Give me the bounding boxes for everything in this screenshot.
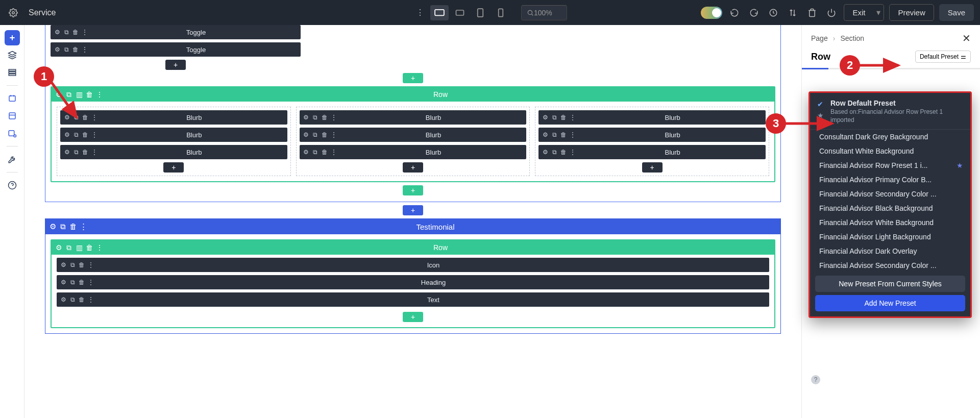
column[interactable]: ⚙⧉🗑⋮Blurb ⚙⧉🗑⋮Blurb ⚙⧉🗑⋮Blurb + bbox=[535, 107, 769, 176]
trash-icon[interactable] bbox=[805, 6, 819, 20]
sort-icon[interactable] bbox=[786, 6, 800, 20]
breadcrumb-section[interactable]: Section bbox=[840, 34, 864, 42]
more-icon[interactable]: ⋮ bbox=[80, 29, 89, 36]
history-icon[interactable] bbox=[766, 6, 780, 20]
layers-button[interactable] bbox=[5, 47, 20, 63]
preset-option[interactable]: Financial Advisor Secondary Color ... bbox=[810, 187, 970, 201]
page-title: Service bbox=[29, 8, 56, 17]
svg-rect-11 bbox=[9, 113, 15, 119]
svg-rect-10 bbox=[9, 96, 15, 102]
help-icon[interactable]: ? bbox=[811, 375, 820, 384]
new-preset-from-current-button[interactable]: New Preset From Current Styles bbox=[815, 276, 965, 292]
module-toggle[interactable]: ⚙⧉🗑⋮ Toggle bbox=[51, 42, 301, 57]
add-element-button[interactable] bbox=[5, 30, 20, 45]
gear-icon[interactable]: ⚙ bbox=[53, 46, 62, 53]
close-panel-icon[interactable]: ✕ bbox=[962, 32, 971, 44]
module-blurb[interactable]: ⚙⧉🗑⋮Blurb bbox=[60, 110, 287, 125]
svg-rect-2 bbox=[456, 10, 464, 15]
svg-point-13 bbox=[14, 135, 16, 137]
add-new-preset-button[interactable]: Add New Preset bbox=[815, 295, 965, 311]
add-row-button[interactable]: + bbox=[403, 73, 423, 83]
outline-button[interactable] bbox=[5, 65, 20, 80]
settings-icon[interactable] bbox=[6, 6, 20, 20]
trash-icon[interactable]: 🗑 bbox=[71, 29, 80, 36]
selected-row[interactable]: ⚙⧉▥🗑⋮ Row ⚙⧉🗑⋮Blurb ⚙⧉🗑⋮Blurb ⚙⧉🗑⋮Blurb … bbox=[51, 86, 775, 182]
preview-button[interactable]: Preview bbox=[889, 4, 934, 21]
duplicate-icon[interactable]: ⧉ bbox=[58, 222, 68, 231]
add-module-button[interactable]: + bbox=[165, 60, 186, 70]
more-icon[interactable]: ⋮ bbox=[80, 46, 89, 53]
exit-button[interactable]: Exit bbox=[844, 4, 873, 21]
preset-dropdown-button[interactable]: Default Preset ⚌ bbox=[915, 51, 971, 63]
power-icon[interactable] bbox=[824, 6, 839, 20]
module-blurb[interactable]: ⚙⧉🗑⋮Blurb bbox=[60, 128, 287, 142]
svg-rect-12 bbox=[9, 131, 14, 136]
module-text[interactable]: ⚙⧉🗑⋮Text bbox=[57, 292, 769, 307]
module-heading[interactable]: ⚙⧉🗑⋮Heading bbox=[57, 275, 769, 289]
star-icon: ★ bbox=[957, 161, 963, 169]
row[interactable]: ⚙⧉▥🗑⋮ Row ⚙⧉🗑⋮Icon ⚙⧉🗑⋮Heading ⚙⧉🗑⋮Text … bbox=[51, 239, 775, 328]
check-icon: ✔ bbox=[817, 100, 823, 108]
more-icon[interactable]: ⋮ bbox=[78, 222, 88, 231]
preset-option[interactable]: Consultant Dark Grey Background bbox=[810, 130, 970, 144]
module-icon[interactable]: ⚙⧉🗑⋮Icon bbox=[57, 258, 769, 272]
library-a-button[interactable] bbox=[5, 91, 20, 106]
help-button[interactable] bbox=[5, 178, 20, 193]
device-tablet-landscape-button[interactable] bbox=[451, 5, 469, 20]
device-phone-button[interactable] bbox=[492, 5, 510, 20]
preset-option[interactable]: Financial Advisor Secondary Color ... bbox=[810, 258, 970, 273]
module-toggle[interactable]: ⚙⧉🗑⋮ Toggle bbox=[51, 25, 301, 39]
svg-rect-1 bbox=[435, 9, 444, 15]
add-module-button[interactable]: + bbox=[163, 162, 184, 173]
redo-icon[interactable] bbox=[747, 6, 761, 20]
zoom-input[interactable] bbox=[534, 9, 559, 17]
theme-toggle[interactable] bbox=[701, 7, 722, 19]
svg-rect-3 bbox=[478, 9, 483, 17]
panel-entity-label: Row bbox=[811, 52, 830, 62]
module-blurb[interactable]: ⚙⧉🗑⋮Blurb bbox=[300, 128, 527, 142]
section-testimonial[interactable]: ⚙⧉🗑⋮ Testimonial bbox=[45, 219, 780, 234]
preset-option[interactable]: Financial Advisor Black Background bbox=[810, 201, 970, 215]
tools-button[interactable] bbox=[5, 152, 20, 167]
gear-icon[interactable]: ⚙ bbox=[47, 222, 58, 231]
svg-rect-8 bbox=[9, 72, 16, 73]
device-tablet-portrait-button[interactable] bbox=[471, 5, 489, 20]
annotation-3: 3 bbox=[766, 113, 786, 134]
add-section-button[interactable]: + bbox=[403, 205, 423, 215]
annotation-1: 1 bbox=[34, 66, 54, 87]
duplicate-icon[interactable]: ⧉ bbox=[62, 46, 71, 53]
trash-icon[interactable]: 🗑 bbox=[71, 46, 80, 53]
more-icon[interactable]: ⋮ bbox=[94, 90, 105, 99]
module-blurb[interactable]: ⚙⧉🗑⋮Blurb bbox=[538, 110, 766, 125]
module-blurb[interactable]: ⚙⧉🗑⋮Blurb bbox=[538, 128, 766, 142]
preset-option[interactable]: Financial Advisor Light Background bbox=[810, 230, 970, 244]
exit-dropdown-caret[interactable]: ▾ bbox=[873, 4, 884, 21]
module-blurb[interactable]: ⚙⧉🗑⋮Blurb bbox=[60, 145, 287, 159]
add-module-button[interactable]: + bbox=[403, 312, 423, 322]
trash-icon[interactable]: 🗑 bbox=[68, 222, 78, 231]
module-blurb[interactable]: ⚙⧉🗑⋮Blurb bbox=[538, 145, 766, 159]
svg-point-5 bbox=[528, 10, 532, 14]
library-b-button[interactable] bbox=[5, 108, 20, 124]
wireframe-icon[interactable]: ⋮ bbox=[413, 6, 427, 20]
preset-option[interactable]: Financial Advisor Primary Color B... bbox=[810, 173, 970, 187]
add-module-button[interactable]: + bbox=[403, 162, 423, 173]
module-blurb[interactable]: ⚙⧉🗑⋮Blurb bbox=[300, 145, 527, 159]
preset-option[interactable]: Financial Advisor White Background bbox=[810, 215, 970, 230]
module-blurb[interactable]: ⚙⧉🗑⋮Blurb bbox=[300, 110, 527, 125]
column[interactable]: ⚙⧉🗑⋮Blurb ⚙⧉🗑⋮Blurb ⚙⧉🗑⋮Blurb + bbox=[296, 107, 530, 176]
preset-option[interactable]: Financial Advisor Row Preset 1 i...★ bbox=[810, 158, 970, 173]
device-desktop-button[interactable] bbox=[430, 5, 449, 20]
add-module-button[interactable]: + bbox=[642, 162, 663, 173]
breadcrumb-page[interactable]: Page bbox=[811, 34, 828, 42]
library-c-button[interactable] bbox=[5, 126, 20, 141]
save-button[interactable]: Save bbox=[939, 4, 974, 21]
gear-icon[interactable]: ⚙ bbox=[53, 29, 62, 36]
add-row-button[interactable]: + bbox=[403, 185, 423, 195]
undo-icon[interactable] bbox=[727, 6, 742, 20]
zoom-field[interactable] bbox=[521, 5, 567, 20]
preset-option[interactable]: Financial Advisor Dark Overlay bbox=[810, 244, 970, 258]
annotation-2: 2 bbox=[840, 55, 860, 76]
preset-option[interactable]: Consultant White Background bbox=[810, 144, 970, 158]
duplicate-icon[interactable]: ⧉ bbox=[62, 29, 71, 36]
